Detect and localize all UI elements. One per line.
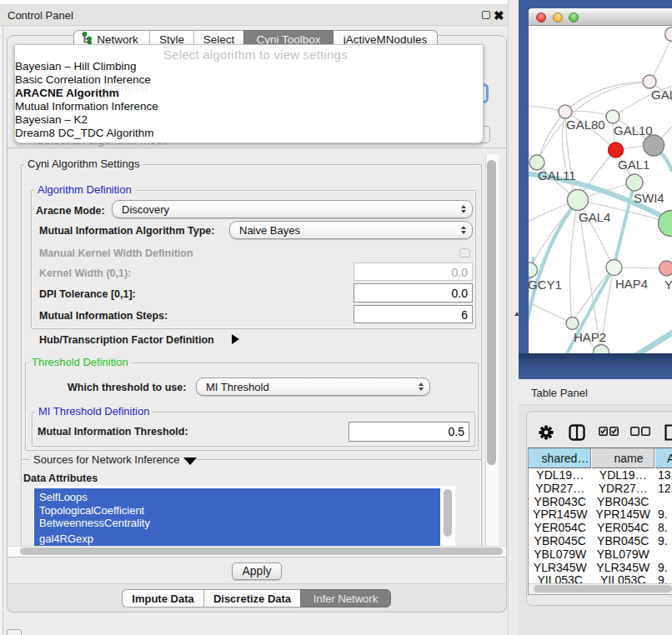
svg-text:GAL1: GAL1 [618, 158, 649, 172]
svg-text:GAL80: GAL80 [566, 118, 605, 132]
svg-text:GAL7: GAL7 [651, 88, 672, 102]
svg-text:HAP2: HAP2 [574, 330, 606, 344]
svg-text:GAL11: GAL11 [538, 168, 576, 182]
svg-text:GAL10: GAL10 [614, 123, 653, 138]
svg-text:HAP4: HAP4 [615, 277, 648, 291]
svg-text:YJ: YJ [664, 278, 672, 292]
svg-text:SWI4: SWI4 [634, 191, 664, 205]
svg-text:GAL4: GAL4 [579, 210, 610, 224]
svg-text:GCY1: GCY1 [529, 278, 562, 292]
